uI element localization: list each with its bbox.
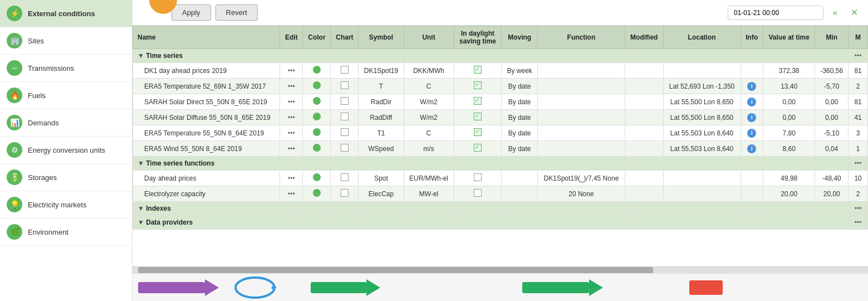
col-extra: M — [849, 26, 868, 49]
table-row: Electrolyzer capacity ••• ElecCap MW-el … — [133, 186, 868, 202]
chart-checkbox[interactable] — [341, 97, 349, 105]
row-edit-button[interactable]: ••• — [287, 145, 296, 153]
horizontal-scrollbar[interactable] — [133, 266, 868, 273]
col-info: Info — [741, 26, 763, 49]
collapse-arrow[interactable]: ▼ — [138, 52, 144, 60]
chart-checkbox[interactable] — [341, 81, 349, 89]
color-dot — [313, 81, 321, 89]
row-edit-button[interactable]: ••• — [287, 129, 296, 137]
collapse-arrow[interactable]: ▼ — [138, 205, 144, 212]
daylight-checkbox[interactable] — [474, 81, 482, 89]
svg-rect-6 — [522, 282, 589, 293]
row-edit-button[interactable]: ••• — [287, 82, 296, 90]
daylight-checkbox[interactable] — [474, 144, 482, 152]
info-button[interactable]: i — [747, 113, 756, 122]
apply-button[interactable]: Apply — [171, 4, 211, 21]
color-dot — [313, 97, 321, 105]
fuels-icon: 🔥 — [7, 88, 22, 103]
sidebar: ⚡ External conditions 🏢 Sites ↔ Transmis… — [0, 0, 133, 301]
symbol-cell: ElecCap — [359, 186, 404, 202]
chart-checkbox[interactable] — [341, 113, 349, 120]
min-cell: 0,00 — [815, 110, 849, 125]
daylight-checkbox[interactable] — [474, 173, 482, 181]
value-cell: 0,00 — [763, 94, 815, 110]
sidebar-item-label: Electricity markets — [28, 201, 86, 209]
section-menu-button[interactable]: ••• — [854, 219, 863, 226]
sidebar-item-environment[interactable]: 🌿 Environment — [0, 219, 132, 246]
value-cell: 7,80 — [763, 125, 815, 141]
section-menu-button[interactable]: ••• — [854, 52, 863, 60]
section-menu-button[interactable]: ••• — [854, 159, 863, 167]
sidebar-item-external-conditions[interactable]: ⚡ External conditions — [0, 0, 132, 27]
row-name: Electrolyzer capacity — [133, 186, 280, 202]
info-button[interactable]: i — [747, 144, 756, 153]
daylight-checkbox[interactable] — [474, 128, 482, 136]
revert-button[interactable]: Revert — [215, 4, 258, 21]
prev-nav-button[interactable]: « — [828, 6, 842, 20]
row-edit-button[interactable]: ••• — [287, 98, 296, 106]
collapse-arrow[interactable]: ▼ — [138, 159, 144, 167]
extra-cell: 81 — [849, 63, 868, 79]
symbol-cell: RadDir — [359, 94, 404, 110]
min-cell: -48,40 — [815, 171, 849, 186]
sidebar-item-sites[interactable]: 🏢 Sites — [0, 27, 132, 55]
info-button[interactable]: i — [747, 82, 756, 91]
symbol-cell: DK1Spot19 — [359, 63, 404, 79]
sidebar-item-energy-conversion-units[interactable]: ⚙ Energy conversion units — [0, 137, 132, 164]
row-edit-button[interactable]: ••• — [287, 114, 296, 122]
row-name: ERA5 Temperature 52_69N 1_35W 2017 — [133, 79, 280, 94]
table-row: SARAH Solar Diffuse 55_50N 8_65E 2019 ••… — [133, 110, 868, 125]
moving-cell: By date — [502, 79, 538, 94]
row-edit-button[interactable]: ••• — [287, 174, 296, 182]
symbol-cell: Spot — [359, 171, 404, 186]
daylight-checkbox[interactable] — [474, 113, 482, 120]
sidebar-item-transmissions[interactable]: ↔ Transmissions — [0, 55, 132, 82]
sidebar-item-label: Transmissions — [28, 64, 74, 72]
sidebar-item-electricity-markets[interactable]: 💡 Electricity markets — [0, 191, 132, 219]
daylight-checkbox[interactable] — [474, 66, 482, 74]
close-nav-button[interactable]: ✕ — [847, 6, 861, 20]
moving-cell: By date — [502, 94, 538, 110]
moving-cell: By date — [502, 141, 538, 157]
row-edit-button[interactable]: ••• — [287, 190, 296, 198]
info-button[interactable]: i — [747, 129, 756, 138]
unit-cell: EUR/MWh-el — [404, 171, 454, 186]
data-table: Name Edit Color Chart Symbol Unit In day… — [133, 26, 868, 230]
sidebar-item-storages[interactable]: 🔋 Storages — [0, 164, 132, 191]
table-row: DK1 day ahead prices 2019 ••• DK1Spot19 … — [133, 63, 868, 79]
color-dot — [313, 189, 321, 197]
value-cell: 0,00 — [763, 110, 815, 125]
col-value: Value at time — [763, 26, 815, 49]
modified-cell — [625, 110, 663, 125]
info-button[interactable]: i — [747, 98, 756, 106]
main-content: Apply Revert « ✕ Name Edit Color Chart S… — [133, 0, 868, 301]
section-header-row: ▼ Indexes ••• — [133, 202, 868, 216]
modified-cell — [625, 94, 663, 110]
chart-checkbox[interactable] — [341, 189, 349, 197]
date-input[interactable] — [728, 6, 823, 20]
daylight-checkbox[interactable] — [474, 97, 482, 105]
sidebar-item-demands[interactable]: 📊 Demands — [0, 109, 132, 137]
color-dot — [313, 113, 321, 120]
location-cell — [663, 186, 741, 202]
chart-checkbox[interactable] — [341, 128, 349, 136]
extra-cell: 10 — [849, 171, 868, 186]
chart-checkbox[interactable] — [341, 173, 349, 181]
sidebar-item-fuels[interactable]: 🔥 Fuels — [0, 82, 132, 109]
unit-cell: DKK/MWh — [404, 63, 454, 79]
scrollbar-thumb[interactable] — [138, 267, 653, 273]
sites-icon: 🏢 — [7, 33, 22, 48]
chart-checkbox[interactable] — [341, 144, 349, 152]
chart-checkbox[interactable] — [341, 66, 349, 74]
collapse-arrow[interactable]: ▼ — [138, 219, 144, 226]
daylight-checkbox[interactable] — [474, 189, 482, 197]
row-name: ERA5 Wind 55_50N 8_64E 2019 — [133, 141, 280, 157]
environment-icon: 🌿 — [7, 224, 22, 240]
function-cell — [537, 125, 625, 141]
data-table-area: Name Edit Color Chart Symbol Unit In day… — [133, 26, 868, 266]
row-name: SARAH Solar Diffuse 55_50N 8_65E 2019 — [133, 110, 280, 125]
extra-cell: 1 — [849, 141, 868, 157]
section-menu-button[interactable]: ••• — [854, 205, 863, 212]
col-name: Name — [133, 26, 280, 49]
row-edit-button[interactable]: ••• — [287, 67, 296, 75]
